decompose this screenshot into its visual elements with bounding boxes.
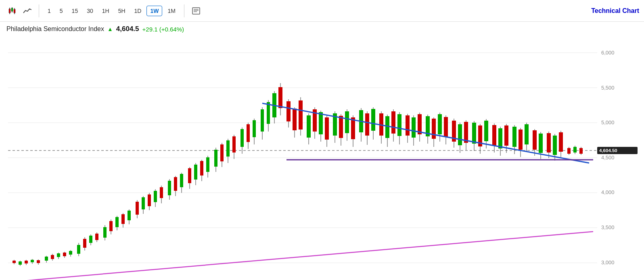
svg-rect-194 [547,133,551,153]
svg-rect-162 [438,114,442,134]
svg-text:3,000: 3,000 [601,259,615,265]
svg-rect-164 [444,117,448,137]
svg-rect-9 [192,8,200,14]
svg-rect-68 [128,211,131,220]
toolbar: 1 5 15 30 1H 5H 1D 1W 1M Technical Chart [0,0,644,22]
svg-rect-198 [559,132,563,152]
svg-rect-82 [174,177,177,191]
svg-rect-54 [83,239,86,248]
svg-rect-86 [188,168,191,183]
svg-rect-3 [11,8,13,11]
interval-30[interactable]: 30 [83,6,97,16]
svg-text:4,500: 4,500 [601,155,615,161]
svg-rect-120 [299,100,303,130]
svg-rect-142 [371,109,375,131]
svg-rect-110 [267,102,270,124]
svg-rect-126 [319,112,323,134]
svg-rect-13 [0,35,644,280]
interval-1w[interactable]: 1W [146,6,162,16]
stock-name: Philadelphia Semiconductor Index [6,25,104,33]
svg-rect-176 [484,121,488,141]
svg-rect-116 [286,101,291,121]
svg-rect-94 [214,150,217,167]
svg-rect-48 [63,253,66,256]
svg-rect-190 [533,130,537,150]
svg-rect-62 [109,221,113,231]
svg-rect-140 [365,113,369,136]
svg-rect-60 [103,227,107,238]
news-button[interactable] [189,4,203,18]
svg-rect-160 [432,119,436,139]
svg-rect-196 [553,136,557,155]
svg-rect-106 [253,120,256,137]
svg-rect-200 [567,148,571,154]
chart-svg: 6,000 5,500 5,000 4,500 4,000 3,500 3,00… [0,35,644,280]
svg-rect-96 [220,144,224,161]
svg-rect-70 [136,202,139,215]
chart-title: Technical Chart [591,7,639,15]
interval-1h[interactable]: 1H [98,6,113,16]
svg-rect-98 [226,140,230,157]
svg-rect-202 [573,147,577,153]
svg-rect-128 [325,117,329,140]
svg-rect-46 [57,253,60,257]
svg-rect-76 [154,191,157,202]
svg-rect-0 [9,9,10,13]
svg-rect-72 [142,197,145,209]
svg-rect-118 [293,109,297,130]
svg-rect-132 [339,116,343,138]
svg-rect-108 [261,109,264,132]
interval-5h[interactable]: 5H [115,6,129,16]
stock-arrow-icon: ▲ [107,26,113,32]
svg-rect-150 [397,114,401,136]
svg-rect-154 [412,117,416,138]
svg-text:3,500: 3,500 [601,224,615,230]
interval-1[interactable]: 1 [44,6,54,16]
interval-5[interactable]: 5 [56,6,67,16]
svg-rect-192 [539,134,543,153]
chart-container[interactable]: 6,000 5,500 5,000 4,500 4,000 3,500 3,00… [0,35,644,280]
svg-rect-168 [458,124,462,145]
svg-rect-66 [121,214,125,224]
svg-rect-74 [148,194,151,206]
svg-rect-32 [13,261,16,263]
svg-rect-152 [406,115,410,136]
svg-rect-50 [69,251,72,255]
svg-rect-180 [498,128,502,148]
svg-rect-38 [31,260,34,262]
svg-rect-90 [200,161,203,176]
svg-rect-146 [385,116,389,138]
svg-text:5,000: 5,000 [601,119,615,125]
svg-rect-134 [345,111,349,133]
candlestick-button[interactable] [5,4,19,18]
svg-rect-122 [307,115,311,138]
toolbar-divider-2 [184,4,184,17]
svg-rect-188 [525,124,529,144]
svg-rect-184 [512,127,516,147]
line-chart-button[interactable] [20,4,34,18]
interval-1m[interactable]: 1M [164,6,179,16]
svg-rect-204 [579,148,583,154]
svg-rect-44 [51,255,54,259]
svg-rect-36 [25,261,28,263]
svg-rect-88 [194,165,197,180]
stock-info-bar: Philadelphia Semiconductor Index ▲ 4,604… [0,22,644,35]
interval-15[interactable]: 15 [68,6,82,16]
stock-change: +29.1 (+0.64%) [142,26,184,33]
svg-rect-148 [391,111,395,134]
svg-rect-52 [77,245,80,254]
svg-rect-84 [180,174,183,187]
svg-rect-104 [247,124,250,142]
svg-rect-56 [89,236,92,243]
toolbar-divider-1 [39,4,39,17]
interval-1d[interactable]: 1D [131,6,145,16]
svg-text:4,604.50: 4,604.50 [599,148,617,153]
svg-text:4,000: 4,000 [601,189,615,195]
svg-rect-6 [14,9,15,13]
svg-rect-178 [492,125,496,145]
svg-rect-182 [504,125,508,146]
svg-rect-64 [115,217,119,227]
svg-rect-40 [37,260,40,263]
svg-rect-102 [240,129,244,147]
svg-rect-34 [19,261,22,265]
